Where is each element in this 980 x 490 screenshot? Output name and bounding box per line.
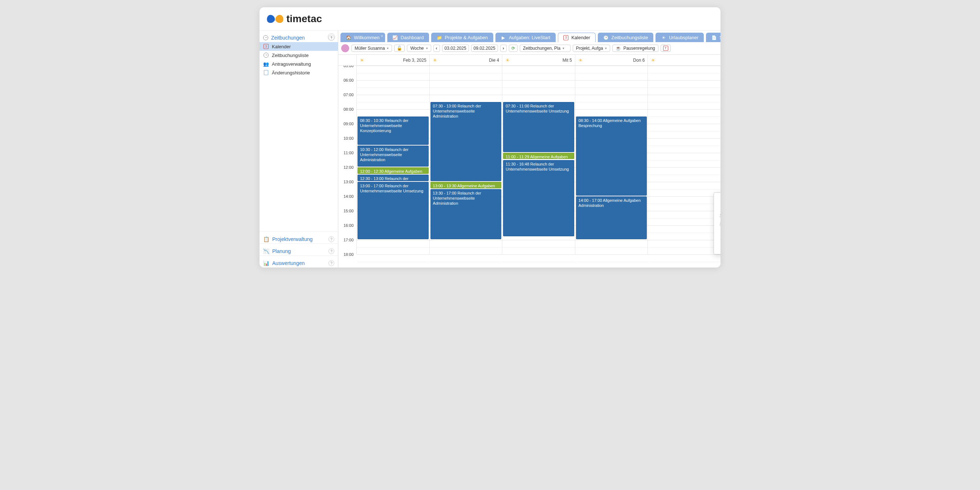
calendar-event[interactable]: 11:30 - 16:48 Relaunch der Unternehmensw… (503, 160, 574, 236)
today-button[interactable]: T (660, 45, 671, 52)
play-icon: ▶ (501, 35, 506, 40)
clock-icon (263, 35, 268, 40)
calendar: ☀Feb 3, 2025☀Die 4☀Mit 5☀Don 6☀ 05:0006:… (338, 55, 721, 267)
collapse-sidebar-button[interactable]: ‹ (328, 33, 335, 41)
calendar-event[interactable]: 08:30 - 10:30 Relaunch der Unternehmensw… (358, 116, 429, 145)
refresh-button[interactable]: ⟳ (509, 45, 518, 52)
day-column[interactable]: 07:30 - 11:00 Relaunch der Unternehmensw… (502, 66, 575, 255)
day-column[interactable]: 07:30 - 13:00 Relaunch der Unternehmensw… (430, 66, 502, 255)
clock-icon: 🕑 (603, 35, 608, 40)
tab-stundenabrech[interactable]: 📄Stundenabrech (706, 33, 721, 42)
calendar-event[interactable]: 07:30 - 13:00 Relaunch der Unternehmensw… (431, 102, 502, 181)
logo: timetac (267, 13, 322, 25)
calendar-event[interactable]: 12:30 - 13:00 Relaunch der Unternehmensw… (358, 175, 429, 181)
calendar-event[interactable]: 10:30 - 12:00 Relaunch der Unternehmensw… (358, 146, 429, 167)
hour-label: 18:00 (338, 252, 355, 257)
hour-label: 11:00 (338, 151, 355, 155)
calendar-event[interactable]: 11:00 - 11:29 Allgemeine Aufgaben (503, 153, 574, 159)
calendar-grid[interactable]: 08:30 - 10:30 Relaunch der Unternehmensw… (356, 66, 721, 255)
close-icon[interactable]: × (381, 34, 383, 38)
calendar-event[interactable]: 13:00 - 17:00 Relaunch der Unternehmensw… (358, 182, 429, 239)
logo-blob-blue (266, 14, 276, 24)
menu-icon: ☕ (719, 221, 721, 226)
menu-item-zeitbuchung-einf-gen[interactable]: ⟲Zeitbuchung einfügen (714, 236, 721, 244)
calendar-event[interactable]: 13:00 - 13:30 Allgemeine Aufgaben (431, 182, 502, 188)
menu-item-zeitbuchung-davor-einf-gen[interactable]: ↺Zeitbuchung davor einfügen (714, 228, 721, 236)
menu-item-pause-einf-gen[interactable]: ☕Pause einfügen (714, 211, 721, 219)
calendar-event[interactable]: 14:00 - 17:00 Allgemeine Aufgaben Admini… (576, 196, 647, 239)
date-from-input[interactable]: 03.02.2025 (442, 45, 469, 52)
next-button[interactable]: › (500, 45, 507, 52)
filter-1-select[interactable]: Zeitbuchungen, Pla▾ (520, 45, 571, 52)
avatar[interactable] (341, 44, 349, 52)
day-column[interactable]: 08:30 - 14:00 Allgemeine Aufgaben Bespre… (575, 66, 648, 255)
calendar-icon: 3 (563, 35, 568, 40)
tab-zeitbuchungsliste[interactable]: 🕑Zeitbuchungsliste (598, 33, 653, 42)
menu-icon: ↺ (719, 229, 721, 234)
hour-label: 09:00 (338, 122, 355, 126)
prev-button[interactable]: ‹ (433, 45, 440, 52)
day-column[interactable]: 08:30 - 10:30 Relaunch der Unternehmensw… (356, 66, 430, 255)
sun-icon: ☀ (433, 57, 438, 63)
sidebar-item-label: Änderungshistorie (272, 70, 310, 75)
gauge-icon: 📈 (393, 35, 398, 40)
period-select[interactable]: Woche▾ (407, 45, 431, 52)
hour-label: 16:00 (338, 223, 355, 228)
help-icon[interactable]: ? (328, 236, 334, 242)
sidebar-item-label: Zeitbuchungsliste (272, 52, 309, 58)
bars-icon: 📊 (263, 260, 269, 266)
tab-projekte-aufgaben[interactable]: 📁Projekte & Aufgaben (431, 33, 493, 42)
sidebar-section-planung[interactable]: 📉Planung? (259, 243, 338, 256)
unlock-button[interactable]: 🔓 (394, 45, 405, 52)
sun-icon: ☀ (360, 57, 364, 63)
sidebar-section-projektverwaltung[interactable]: 📋Projektverwaltung? (259, 232, 338, 243)
menu-item-zeitbuchung-teilen[interactable]: ↻Zeitbuchung teilen (714, 194, 721, 202)
context-menu: ↻Zeitbuchung teilen⊖Zeitbuchung löschen☕… (714, 192, 721, 255)
day-column-header: ☀Feb 3, 2025 (356, 55, 430, 65)
sun-icon: ☀ (505, 57, 510, 63)
tab-kalender[interactable]: 3Kalender (558, 33, 596, 42)
pausenregelung-button[interactable]: ☕ Pausenregelung (612, 45, 658, 52)
day-column[interactable] (648, 66, 721, 255)
tab-dashboard[interactable]: 📈Dashboard (387, 33, 430, 42)
chart-icon: 📉 (263, 248, 269, 254)
calendar-event[interactable]: 08:30 - 14:00 Allgemeine Aufgaben Bespre… (576, 116, 647, 196)
tab-aufgaben-livestart[interactable]: ▶Aufgaben: LiveStart (495, 33, 556, 42)
date-to-input[interactable]: 09.02.2025 (471, 45, 498, 52)
sun-icon: ☀ (651, 57, 655, 63)
calendar-event[interactable]: 12:00 - 12:30 Allgemeine Aufgaben (358, 167, 429, 174)
sidebar-section-auswertungen[interactable]: 📊Auswertungen? (259, 256, 338, 267)
help-icon[interactable]: ? (328, 260, 334, 266)
clipboard-icon: 📋 (263, 236, 269, 242)
sidebar-item-antragsverwaltung[interactable]: 👥Antragsverwaltung (259, 59, 338, 68)
logo-blob-orange (275, 14, 285, 24)
filter-2-select[interactable]: Projekt, Aufga▾ (573, 45, 611, 52)
sidebar-item-zeitbuchungsliste[interactable]: Zeitbuchungsliste (259, 51, 338, 59)
home-icon: 🏠 (346, 35, 351, 40)
menu-icon: ↻ (719, 246, 721, 251)
menu-icon: ↻ (719, 196, 721, 201)
sun-icon: ☀ (661, 35, 666, 40)
menu-item-zeitbuchung-danach-einf-gen[interactable]: ↻Zeitbuchung danach einfügen (714, 244, 721, 253)
user-select[interactable]: Müller Susanna▾ (352, 45, 392, 52)
hour-label: 17:00 (338, 238, 355, 242)
tab-urlaubsplaner[interactable]: ☀Urlaubsplaner (655, 33, 704, 42)
calendar-event[interactable]: 07:30 - 11:00 Relaunch der Unternehmensw… (503, 102, 574, 152)
calendar-event[interactable]: 13:30 - 17:00 Relaunch der Unternehmensw… (431, 189, 502, 239)
sidebar: ‹ Zeitbuchungen ? 3KalenderZeitbuchungsl… (259, 30, 338, 267)
menu-item-zeitbuchung-l-schen[interactable]: ⊖Zeitbuchung löschen (714, 202, 721, 211)
brand-name: timetac (286, 13, 322, 25)
sidebar-item--nderungshistorie[interactable]: Änderungshistorie (259, 68, 338, 77)
tab-willkommen[interactable]: 🏠Willkommen× (340, 33, 385, 42)
folder-icon: 📁 (437, 35, 442, 40)
hour-label: 08:00 (338, 107, 355, 111)
help-icon[interactable]: ? (328, 248, 334, 254)
chevron-down-icon: ▾ (563, 46, 565, 50)
menu-icon: ⟲ (719, 237, 721, 243)
topbar: timetac (259, 7, 721, 30)
sidebar-item-kalender[interactable]: 3Kalender (259, 42, 338, 51)
hour-label: 15:00 (338, 209, 355, 213)
day-column-header: ☀Mit 5 (502, 55, 575, 65)
hour-label: 13:00 (338, 180, 355, 184)
menu-item-pausenregelung[interactable]: ☕Pausenregelung (714, 219, 721, 228)
